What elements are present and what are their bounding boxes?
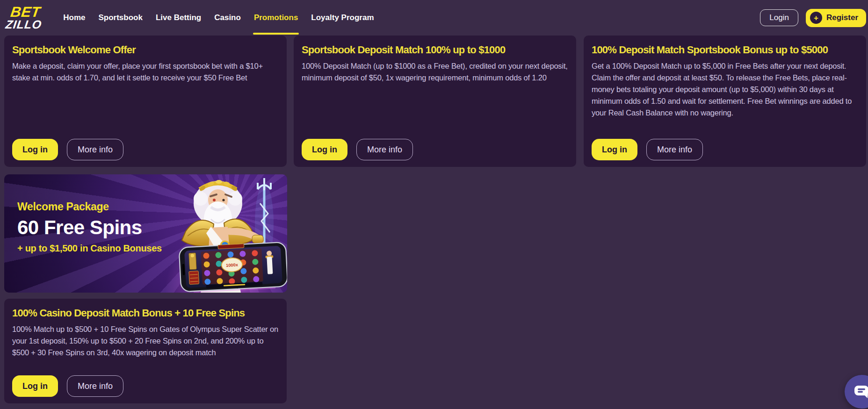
promo-title: Sportsbook Deposit Match 100% up to $100… (302, 44, 568, 56)
register-button[interactable]: + Register (806, 9, 866, 27)
promo-description: 100% Deposit Match (up to $1000 as a Fre… (302, 60, 568, 84)
banner-kicker: Welcome Package (17, 201, 162, 213)
promo-title: Sportsbook Welcome Offer (12, 44, 279, 56)
promo-description: 100% Match up to $500 + 10 Free Spins on… (12, 323, 279, 359)
register-label: Register (826, 13, 858, 22)
promo-card-deposit-match-1000: Sportsbook Deposit Match 100% up to $100… (294, 36, 576, 167)
log-in-button[interactable]: Log in (12, 375, 58, 397)
log-in-button[interactable]: Log in (12, 139, 58, 160)
main-nav: Home Sportsbook Live Betting Casino Prom… (63, 0, 374, 36)
promo-title: 100% Casino Deposit Match Bonus + 10 Fre… (12, 307, 279, 319)
promo-actions: Log in More info (12, 139, 123, 160)
promo-card-casino-deposit-match: 100% Casino Deposit Match Bonus + 10 Fre… (4, 299, 287, 403)
more-info-button[interactable]: More info (356, 139, 413, 160)
more-info-button[interactable]: More info (646, 139, 703, 160)
nav-item-casino[interactable]: Casino (214, 0, 241, 36)
auth-buttons: Login + Register (760, 0, 866, 36)
log-in-button[interactable]: Log in (302, 139, 347, 160)
promo-actions: Log in More info (302, 139, 413, 160)
promo-actions: Log in More info (592, 139, 703, 160)
promo-description: Make a deposit, claim your offer, place … (12, 60, 279, 84)
nav-item-loyalty-program[interactable]: Loyalty Program (311, 0, 374, 36)
banner-headline: 60 Free Spins (17, 216, 162, 239)
banner-subline: + up to $1,500 in Casino Bonuses (17, 243, 162, 254)
more-info-button[interactable]: More info (67, 139, 123, 160)
promo-actions: Log in More info (12, 375, 123, 397)
promo-card-sportsbook-welcome-offer: Sportsbook Welcome Offer Make a deposit,… (4, 36, 287, 167)
promotions-page: { "brand": { "name": "BetZillo", "logo_t… (0, 0, 868, 409)
promo-description: Get a 100% Deposit Match up to $5,000 in… (592, 60, 858, 119)
slot-game-phone-illustration: 1000x (178, 240, 287, 293)
more-info-button[interactable]: More info (67, 375, 123, 397)
chat-bubble-icon (854, 385, 868, 399)
login-button[interactable]: Login (760, 9, 798, 26)
logo-top-line: BET (10, 6, 44, 19)
promo-card-deposit-match-5000: 100% Deposit Match Sportsbook Bonus up t… (584, 36, 866, 167)
nav-item-home[interactable]: Home (63, 0, 85, 36)
logo-bottom-line: ZILLO (5, 19, 42, 30)
log-in-button[interactable]: Log in (592, 139, 637, 160)
nav-item-live-betting[interactable]: Live Betting (156, 0, 201, 36)
betzillo-logo[interactable]: BET ZILLO (5, 6, 44, 30)
nav-item-promotions[interactable]: Promotions (254, 0, 298, 36)
nav-item-sportsbook[interactable]: Sportsbook (98, 0, 142, 36)
plus-icon: + (810, 12, 822, 24)
promo-title: 100% Deposit Match Sportsbook Bonus up t… (592, 44, 858, 56)
header: BET ZILLO Home Sportsbook Live Betting C… (0, 0, 868, 36)
welcome-package-banner[interactable]: Welcome Package 60 Free Spins + up to $1… (4, 174, 287, 293)
slot-badge-label: 1000x (226, 263, 239, 268)
chat-launcher-button[interactable] (845, 375, 868, 409)
banner-text: Welcome Package 60 Free Spins + up to $1… (17, 201, 162, 254)
